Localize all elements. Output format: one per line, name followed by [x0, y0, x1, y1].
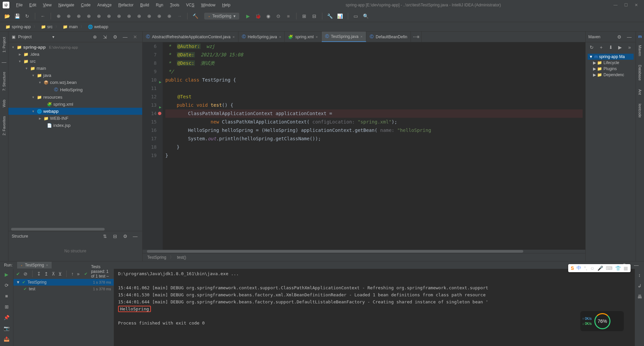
zoom-icon[interactable]: ⊕: [146, 12, 153, 20]
zoom-icon[interactable]: ⊕: [75, 12, 83, 20]
close-tab-icon[interactable]: ×: [46, 263, 48, 267]
download-icon[interactable]: ⬇: [607, 44, 614, 51]
breadcrumb[interactable]: 📁 src: [39, 24, 61, 30]
run-icon[interactable]: ▶: [245, 12, 252, 20]
tab-structure[interactable]: 7: Structure: [1, 69, 7, 94]
sync-icon[interactable]: ↻: [23, 12, 31, 20]
add-icon[interactable]: +: [598, 44, 604, 51]
crumb[interactable]: TestSpring: [147, 255, 166, 260]
tab-web[interactable]: Web: [1, 97, 7, 110]
breadcrumb[interactable]: 🌐 webapp: [86, 24, 113, 30]
menu-view[interactable]: View: [40, 1, 54, 9]
tree-item[interactable]: 📄index.jsp: [8, 122, 142, 129]
test-row[interactable]: ✔test1 s 378 ms: [13, 286, 114, 292]
rerun-icon[interactable]: ▶: [3, 271, 10, 278]
breakpoint-icon[interactable]: [158, 112, 161, 115]
minimize-icon[interactable]: —: [626, 33, 633, 41]
collapse-icon[interactable]: ⊻: [58, 270, 62, 278]
maximize-icon[interactable]: ☐: [624, 3, 628, 7]
gear-icon[interactable]: ⚙: [121, 233, 129, 240]
editor-hscroll[interactable]: [143, 250, 585, 253]
menu-analyze[interactable]: Analyze: [95, 1, 114, 9]
test-row[interactable]: ▼✔TestSpring1 s 378 ms: [13, 279, 114, 286]
sort-icon[interactable]: ↧: [37, 270, 41, 278]
run-tab[interactable]: ⬩ TestSpring ×: [17, 262, 51, 268]
open-icon[interactable]: 📂: [3, 12, 11, 20]
maven-item[interactable]: ▶ 📁 Lifecycle: [588, 60, 634, 66]
filter-icon[interactable]: ⊟: [111, 233, 119, 240]
layout-icon[interactable]: ⊞: [3, 303, 10, 310]
save-icon[interactable]: 💾: [13, 12, 21, 20]
minimize-icon[interactable]: —: [613, 3, 618, 7]
tab-leetcode[interactable]: leetcode: [637, 101, 643, 120]
console-output[interactable]: D:\programs\Java\jdk1.8.0_161\bin\java.e…: [114, 269, 635, 346]
sort-icon[interactable]: ↥: [44, 270, 48, 278]
toggle-icon[interactable]: ⟳: [3, 282, 10, 289]
export-icon[interactable]: 📤: [3, 335, 10, 343]
print-icon[interactable]: 🖶: [636, 293, 643, 300]
zoom-icon[interactable]: ⊕: [125, 12, 133, 20]
more-tabs[interactable]: ⋯≡: [411, 32, 422, 42]
maven-item[interactable]: ▶ 📁 Dependenc: [588, 72, 634, 78]
zoom-icon[interactable]: ⊕: [95, 12, 103, 20]
search-icon[interactable]: 🔍: [362, 12, 370, 20]
editor-tab[interactable]: ⒸAbstractRefreshableApplicationContext.j…: [143, 32, 238, 42]
debug-icon[interactable]: 🐞: [255, 12, 262, 20]
devices-icon[interactable]: ▭: [352, 12, 360, 20]
stop-icon[interactable]: ■: [3, 292, 10, 300]
menu-edit[interactable]: Edit: [26, 1, 39, 9]
run-icon[interactable]: ▶: [617, 44, 624, 51]
sort-icon[interactable]: ⇅: [101, 233, 109, 240]
stop-icon[interactable]: ■: [285, 12, 292, 20]
zoom-icon[interactable]: ⊕: [166, 12, 173, 20]
zoom-icon[interactable]: ⊕: [115, 12, 123, 20]
zoom-icon[interactable]: ⊕: [55, 12, 62, 20]
tab-ant[interactable]: Ant: [637, 87, 643, 98]
camera-icon[interactable]: 📷: [3, 325, 10, 332]
zoom-icon[interactable]: ⊕: [136, 12, 143, 20]
zoom-icon[interactable]: ⊕: [65, 12, 72, 20]
menu-refactor[interactable]: Refactor: [116, 1, 136, 9]
menu-file[interactable]: File: [13, 1, 25, 9]
close-icon[interactable]: ✕: [635, 3, 638, 7]
minimize-icon[interactable]: —: [633, 261, 640, 269]
menu-navigate[interactable]: Navigate: [56, 1, 77, 9]
tab-project[interactable]: 1: Project: [1, 34, 7, 55]
run-gutter-icon[interactable]: ▶: [159, 103, 161, 111]
maven-item[interactable]: ▶ 📁 Plugins: [588, 66, 634, 72]
menu-help[interactable]: Help: [219, 1, 233, 9]
scroll-icon[interactable]: ↕: [636, 271, 643, 279]
code-editor[interactable]: 6789 10▶ 1112 13▶ 14 1516171819 * @Autho…: [143, 42, 585, 250]
expand-icon[interactable]: ⇲: [101, 33, 109, 41]
gear-icon[interactable]: ⚙: [111, 33, 119, 41]
tree-root[interactable]: ▼📁spring-appE:\dev\spring-app: [8, 44, 142, 51]
chevron-down-icon[interactable]: ▾: [52, 35, 54, 39]
tree-item[interactable]: ▼📦com.wzj.bean: [8, 79, 142, 86]
gear-icon[interactable]: ⚙: [615, 33, 623, 41]
minimize-icon[interactable]: —: [131, 233, 139, 240]
hammer-icon[interactable]: 🔨: [192, 12, 199, 20]
breadcrumb[interactable]: 📁 spring-app: [3, 24, 39, 30]
tree-item[interactable]: ▼📁main: [8, 65, 142, 72]
tab-favorites[interactable]: 2: Favorites: [1, 113, 7, 138]
tree-item[interactable]: ▶📁WEB-INF: [8, 115, 142, 122]
tab-database[interactable]: Database: [637, 62, 643, 83]
wrench-icon[interactable]: 🔧: [326, 12, 334, 20]
refresh-icon[interactable]: ↻: [588, 44, 595, 51]
tree-item[interactable]: ⒸHelloSpring: [8, 86, 142, 94]
editor-tab[interactable]: 🧩spring.xml×: [285, 32, 321, 42]
menu-window[interactable]: Window: [198, 1, 218, 9]
breadcrumb[interactable]: 📁 main: [61, 24, 86, 30]
hide-icon[interactable]: ✕: [131, 33, 139, 41]
forward-icon[interactable]: →: [176, 12, 183, 20]
menu-build[interactable]: Build: [138, 1, 152, 9]
menu-tools[interactable]: Tools: [167, 1, 182, 9]
tree-item[interactable]: ▼📁java: [8, 72, 142, 79]
tree-item[interactable]: ▶📁.idea: [8, 51, 142, 58]
maven-icon[interactable]: m: [638, 34, 642, 39]
tab-maven[interactable]: Maven: [637, 42, 643, 59]
minimize-icon[interactable]: —: [121, 33, 129, 41]
zoom-icon[interactable]: ⊕: [156, 12, 163, 20]
coverage-icon[interactable]: ◉: [265, 12, 272, 20]
wrap-icon[interactable]: ↲: [636, 282, 643, 290]
